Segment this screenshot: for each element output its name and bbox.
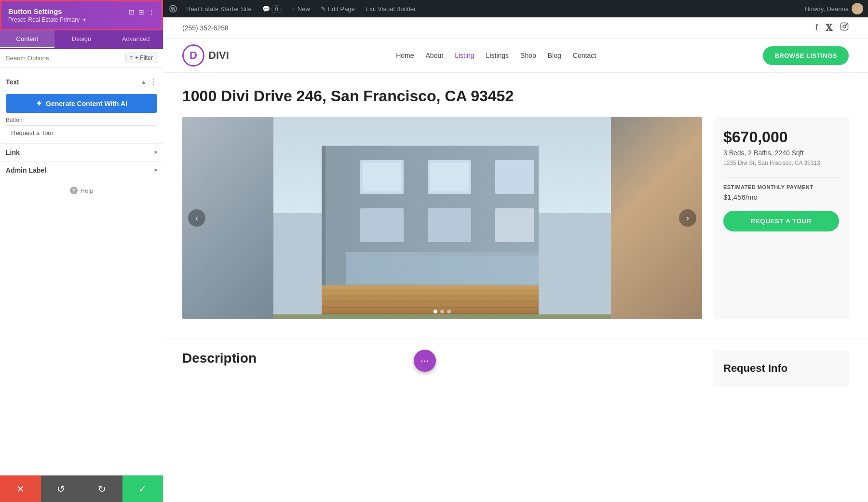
svg-rect-15 <box>428 208 471 242</box>
carousel-next-button[interactable]: › <box>679 209 696 227</box>
site-nav: D DIVI Home About Listing Listings Shop … <box>163 39 868 73</box>
listing-image-carousel: ‹ › <box>182 117 702 319</box>
panel-title: Button Settings <box>8 7 86 15</box>
generate-ai-button[interactable]: ✦ Generate Content With AI <box>6 94 157 113</box>
description-section: Description <box>182 351 702 386</box>
help-label: Help <box>81 187 94 194</box>
tab-content[interactable]: Content <box>0 30 54 48</box>
listing-specs: 3 Beds, 2 Baths, 2240 Sqft <box>723 149 839 157</box>
link-section-header[interactable]: Link ▾ <box>6 149 157 156</box>
redo-button[interactable]: ↻ <box>81 475 122 502</box>
new-bar-item[interactable]: + New <box>289 5 313 13</box>
left-panel: Button Settings Preset: Real Estate Prim… <box>0 0 163 502</box>
svg-rect-17 <box>346 252 539 256</box>
site-name-bar[interactable]: Real Estate Starter Site <box>183 5 255 13</box>
logo-circle: D <box>182 44 204 67</box>
save-icon: ✓ <box>138 483 147 495</box>
svg-point-4 <box>846 24 847 25</box>
help-section[interactable]: ? Help <box>0 179 163 202</box>
cancel-button[interactable]: ✕ <box>0 475 41 502</box>
button-field: Button <box>6 117 157 140</box>
svg-point-3 <box>843 25 846 28</box>
site-topbar: (255) 352-6258 f 𝕏 <box>163 17 868 39</box>
request-tour-button[interactable]: REQUEST A TOUR <box>723 211 839 231</box>
search-input[interactable] <box>6 54 125 62</box>
admin-label-section-header[interactable]: Admin Label ▾ <box>6 166 157 174</box>
panel-more-icon[interactable]: ⋮ <box>148 8 155 16</box>
help-icon: ? <box>70 187 78 194</box>
exit-builder-bar-item[interactable]: Exit Visual Builder <box>363 5 419 13</box>
site-wrapper: (255) 352-6258 f 𝕏 D DIVI Home About Lis… <box>163 17 868 502</box>
nav-blog[interactable]: Blog <box>548 52 561 59</box>
text-section-header[interactable]: Text ▲ ⋮ <box>6 73 157 90</box>
text-section: Text ▲ ⋮ ✦ Generate Content With AI Butt… <box>0 73 163 140</box>
main-content: W Real Estate Starter Site 💬 0 + New ✎ E… <box>163 0 868 502</box>
site-phone: (255) 352-6258 <box>182 24 229 32</box>
site-social-icons: f 𝕏 <box>815 22 849 33</box>
panel-footer: ✕ ↺ ↻ ✓ <box>0 475 163 502</box>
filter-label: + Filter <box>135 54 153 61</box>
description-title: Description <box>182 351 702 366</box>
listing-body: ‹ › $670,000 3 Beds, 2 Baths, 2240 Sqft … <box>182 117 849 319</box>
svg-rect-16 <box>495 208 534 242</box>
button-field-label: Button <box>6 117 157 123</box>
nav-shop[interactable]: Shop <box>520 52 536 59</box>
carousel-dot-3[interactable] <box>447 310 451 313</box>
listing-main: 1000 Divi Drive 246, San Francisco, CA 9… <box>163 73 868 339</box>
logo-text: DIVI <box>208 49 229 62</box>
payment-amount: $1,456/mo <box>723 193 839 201</box>
instagram-icon[interactable] <box>840 22 849 33</box>
nav-listings[interactable]: Listings <box>486 52 509 59</box>
comments-bar-item[interactable]: 💬 0 <box>259 5 285 13</box>
text-section-chevron[interactable]: ▲ <box>141 79 147 85</box>
panel-columns-icon[interactable]: ⊞ <box>138 8 144 16</box>
nav-listing[interactable]: Listing <box>455 52 474 59</box>
nav-links: Home About Listing Listings Shop Blog Co… <box>396 52 596 59</box>
nav-contact[interactable]: Contact <box>573 52 596 59</box>
carousel-prev-button[interactable]: ‹ <box>188 209 205 227</box>
twitter-icon[interactable]: 𝕏 <box>826 23 832 33</box>
ai-button-label: Generate Content With AI <box>46 100 127 108</box>
site-logo[interactable]: D DIVI <box>182 44 229 67</box>
panel-view-icon[interactable]: ⊡ <box>129 8 135 16</box>
button-text-input[interactable] <box>6 125 157 140</box>
listing-image <box>182 117 702 319</box>
carousel-dot-1[interactable] <box>434 310 437 313</box>
request-info-title: Request Info <box>723 362 839 375</box>
save-button[interactable]: ✓ <box>122 475 163 502</box>
wp-logo[interactable]: W <box>168 3 178 14</box>
edit-page-bar-item[interactable]: ✎ Edit Page <box>318 5 358 13</box>
listing-divider <box>723 177 839 177</box>
tab-design[interactable]: Design <box>54 30 109 48</box>
svg-rect-2 <box>841 23 848 30</box>
filter-icon: ≡ <box>130 54 133 61</box>
browse-listings-button[interactable]: BROWSE LISTINGS <box>763 46 849 65</box>
link-section-title: Link <box>6 149 20 156</box>
listing-price: $670,000 <box>723 128 839 146</box>
svg-rect-10 <box>363 163 401 191</box>
tab-advanced[interactable]: Advanced <box>108 30 163 48</box>
text-section-more[interactable]: ⋮ <box>149 77 157 86</box>
cancel-icon: ✕ <box>16 483 25 495</box>
admin-chevron-icon: ▾ <box>154 167 157 174</box>
svg-rect-12 <box>430 163 469 191</box>
nav-about[interactable]: About <box>426 52 444 59</box>
listing-address: 1000 Divi Drive 246, San Francisco, CA 9… <box>182 87 849 105</box>
fab-button[interactable]: ··· <box>414 350 436 372</box>
carousel-dot-2[interactable] <box>440 310 444 313</box>
listing-bottom: Description ··· Request Info <box>163 339 868 401</box>
nav-home[interactable]: Home <box>396 52 414 59</box>
svg-text:W: W <box>171 6 176 12</box>
panel-preset[interactable]: Preset: Real Estate Primary ▾ <box>8 16 86 23</box>
payment-label: ESTIMATED MONTHLY PAYMENT <box>723 184 839 190</box>
undo-button[interactable]: ↺ <box>41 475 82 502</box>
filter-button[interactable]: ≡ + Filter <box>125 53 157 63</box>
panel-header: Button Settings Preset: Real Estate Prim… <box>0 0 163 30</box>
link-chevron-icon: ▾ <box>154 149 157 156</box>
user-avatar[interactable] <box>852 3 863 14</box>
svg-rect-13 <box>495 160 534 194</box>
fab-icon: ··· <box>420 354 429 367</box>
redo-icon: ↻ <box>98 483 106 495</box>
text-section-actions: ▲ ⋮ <box>141 77 157 86</box>
facebook-icon[interactable]: f <box>815 23 818 33</box>
